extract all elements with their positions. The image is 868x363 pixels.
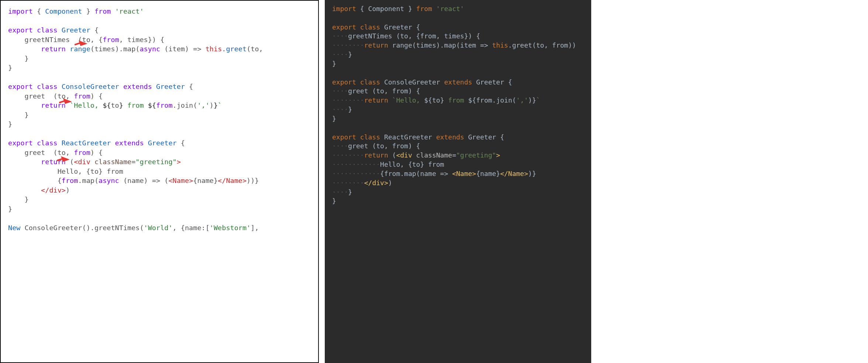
code-line[interactable]: ····} [332,188,587,197]
code-token: :[ [202,224,210,232]
code-token: </div> [41,186,66,194]
code-token: = [452,151,456,159]
code-line[interactable]: return `Hello, ${to} from ${from.join(',… [8,101,314,110]
code-line[interactable]: ········return range(times).map(item => … [332,41,587,50]
code-token: ( [392,151,396,159]
code-line[interactable]: export class ConsoleGreeter extends Gree… [8,82,314,91]
code-token [8,149,25,156]
code-line[interactable]: ········return `Hello, ${to} from ${from… [332,96,587,105]
code-line[interactable] [332,14,587,23]
code-line[interactable]: {from.map(async (name) => (<Name>{name}<… [8,176,314,186]
code-pane-dark[interactable]: import { Component } from 'react' export… [325,0,591,363]
code-line[interactable]: ········</div>) [332,179,587,188]
code-token: } [8,111,29,119]
code-line[interactable] [332,69,587,78]
code-token: { [33,7,45,15]
code-token [33,26,37,34]
code-token: . [222,45,226,53]
code-line[interactable]: } [8,63,314,73]
code-token: Hello, {to} from [380,160,444,168]
code-token: (to, from) { [372,87,420,95]
code-token: ) => [185,45,206,53]
code-line[interactable]: } [8,204,314,214]
code-token [8,158,41,166]
code-token: = [131,158,135,166]
code-line[interactable]: ············Hello, {to} from [332,160,587,169]
code-line[interactable]: } [332,114,587,124]
code-line[interactable]: export class ReactGreeter extends Greete… [332,133,587,142]
code-line[interactable]: export class ReactGreeter extends Greete… [8,138,314,148]
code-line[interactable]: } [332,59,587,69]
code-token: class [37,83,58,90]
code-line[interactable]: ····} [332,105,587,114]
code-token: from [94,7,111,15]
code-token: { [416,23,420,31]
code-token: , [66,92,74,100]
code-line[interactable]: ········return (<div className="greeting… [332,151,587,160]
code-line[interactable]: import { Component } from 'react' [8,7,314,16]
code-token: (to, {from, times}) { [396,32,480,40]
code-line[interactable]: export class Greeter { [8,25,314,35]
code-token: greet [25,149,45,156]
code-line[interactable]: greet (to, from) { [8,91,314,101]
code-token: ( [140,224,144,232]
code-line[interactable]: New ConsoleGreeter().greetNTimes('World'… [8,223,314,233]
code-token: } [332,115,336,122]
code-line[interactable] [8,16,314,26]
code-line[interactable]: </div>) [8,186,314,195]
code-token: greet [25,92,45,100]
code-token: return [41,101,66,109]
code-token: ( [193,101,197,109]
code-line[interactable]: import { Component } from 'react' [332,4,587,14]
code-token: greet [348,87,372,95]
code-token: }) { [148,36,165,44]
code-line[interactable] [332,124,587,133]
code-token: extends [436,133,468,141]
code-token: { [185,83,193,90]
code-token: ) [388,179,392,187]
code-line[interactable]: Hello, {to} from [8,167,314,176]
code-line[interactable]: } [8,54,314,63]
code-token: `Hello, [70,101,103,109]
code-token [8,101,41,109]
code-token: {from.map(name => [380,170,452,177]
code-line[interactable]: return range(times).map(async (item) => … [8,44,314,54]
code-token: ········ [332,179,364,187]
code-token: ···· [332,87,348,95]
code-token: map [123,45,135,53]
code-line[interactable]: return (<div className="greeting"> [8,157,314,167]
code-line[interactable] [8,214,314,223]
code-pane-light[interactable]: import { Component } from 'react' export… [0,0,319,363]
code-token: to [90,167,99,175]
code-line[interactable]: } [8,195,314,204]
code-line[interactable]: greetNTimes (to, {from, times}) { [8,35,314,45]
code-line[interactable]: } [8,110,314,120]
code-token: extends [444,78,476,86]
code-token: ReactGreeter [62,139,111,147]
code-token: ········ [332,41,364,49]
code-token: > [496,151,500,159]
code-token: Greeter [468,133,500,141]
code-token [8,36,25,44]
code-token: Component [45,7,82,15]
code-line[interactable] [8,129,314,139]
code-line[interactable] [8,73,314,82]
code-line[interactable]: } [8,120,314,129]
code-token: } [8,55,29,62]
code-line[interactable]: greet (to, from) { [8,148,314,158]
code-line[interactable]: ····greetNTimes (to, {from, times}) { [332,32,587,41]
code-token: return [364,151,392,159]
code-token: ). [115,45,123,53]
code-token: ConsoleGreeter [384,78,444,86]
code-line[interactable]: ············{from.map(name => <Name>{nam… [332,169,587,179]
code-line[interactable]: ····} [332,50,587,59]
code-token: from [103,36,119,44]
code-line[interactable]: export class ConsoleGreeter extends Gree… [332,78,587,87]
code-token [58,139,62,147]
code-line[interactable]: export class Greeter { [332,23,587,32]
code-line[interactable]: ····greet (to, from) { [332,142,587,151]
code-line[interactable]: ····greet (to, from) { [332,87,587,96]
code-token: `Hello, [392,96,424,104]
code-line[interactable]: } [332,197,587,206]
code-token: ` [536,96,540,104]
